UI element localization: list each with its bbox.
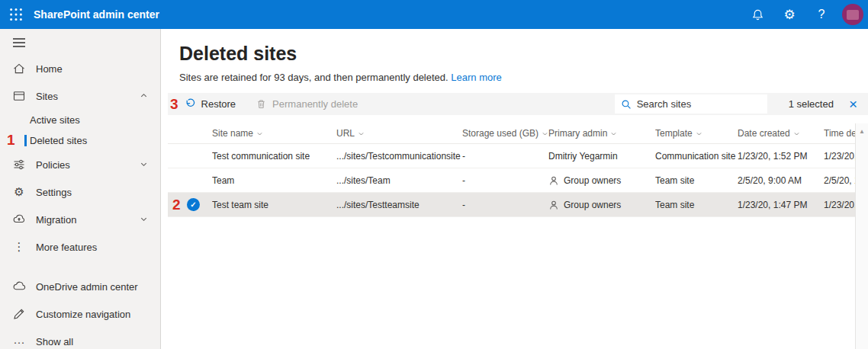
sidebar-item-label: Show all [36, 336, 73, 347]
sidebar-item-label: Settings [36, 187, 72, 198]
column-header-template[interactable]: Template [655, 128, 738, 139]
onedrive-cloud-icon [12, 280, 26, 293]
column-header-storage[interactable]: Storage used (GB) [462, 128, 548, 139]
row-checkbox-cell[interactable]: ✓ [182, 198, 212, 211]
table-row[interactable]: Team .../sites/Team - Group owners Team … [168, 168, 855, 193]
sidebar-item-label: Customize navigation [36, 309, 130, 320]
cell-time-deleted: 2/5/20, 1 [824, 175, 855, 186]
sort-chevron-icon [696, 130, 702, 137]
bell-icon[interactable] [744, 0, 770, 29]
sidebar-item-onedrive-admin-center[interactable]: OneDrive admin center [0, 273, 160, 300]
sidebar-item-customize-navigation[interactable]: Customize navigation [0, 300, 160, 328]
restore-button[interactable]: Restore [185, 98, 236, 110]
search-input[interactable] [637, 98, 761, 110]
migration-cloud-icon [12, 213, 26, 226]
selected-check-icon[interactable]: ✓ [187, 198, 200, 211]
hamburger-menu-icon[interactable] [0, 29, 160, 50]
cell-primary-admin: Group owners [548, 175, 655, 186]
permanently-delete-button[interactable]: Permanently delete [256, 98, 358, 110]
sort-chevron-icon [610, 130, 617, 137]
undo-arrow-icon [185, 98, 196, 110]
column-header-time-deleted[interactable]: Time deleted [824, 128, 855, 139]
cell-time-deleted: 1/23/20, [824, 200, 855, 210]
cell-template: Team site [655, 175, 738, 186]
sidebar-item-more-features[interactable]: ⋮ More features [0, 233, 160, 261]
sidebar-item-migration[interactable]: Migration [0, 206, 160, 233]
sidebar-item-label: OneDrive admin center [36, 281, 138, 293]
left-nav-sidebar: Home Sites Active sites 1 Deleted sites [0, 29, 161, 349]
cell-date-created: 1/23/20, 1:47 PM [738, 200, 824, 210]
avatar-photo [847, 10, 859, 20]
sites-icon [12, 89, 26, 103]
sidebar-item-label: Sites [36, 91, 58, 102]
sidebar-item-deleted-sites[interactable]: 1 Deleted sites [0, 130, 160, 151]
search-box [615, 94, 767, 114]
vertical-dots-icon: ⋮ [12, 240, 26, 254]
page-subtitle: Sites are retained for 93 days, and then… [179, 72, 868, 83]
column-header-url[interactable]: URL [336, 128, 462, 139]
help-icon[interactable]: ? [809, 0, 834, 29]
annotation-step-2: 2 [172, 197, 181, 213]
cell-url: .../sites/Testteamsite [336, 200, 462, 210]
policies-sliders-icon [12, 158, 26, 171]
table-row-selected[interactable]: 2 ✓ Test team site .../sites/Testteamsit… [168, 193, 855, 217]
clear-selection-icon[interactable]: × [849, 97, 857, 111]
cell-site-name: Test team site [212, 200, 336, 210]
learn-more-link[interactable]: Learn more [451, 72, 501, 83]
app-title: SharePoint admin center [34, 8, 159, 21]
chevron-down-icon [140, 159, 148, 171]
cell-time-deleted: 1/23/20, [824, 151, 855, 162]
sidebar-item-label: Migration [36, 214, 76, 226]
column-header-date-created[interactable]: Date created [738, 128, 824, 139]
sharepoint-admin-screen: SharePoint admin center ⚙ ? Home Sites [0, 0, 868, 349]
cell-url: .../sites/Team [336, 175, 462, 186]
topbar-actions: ⚙ ? [744, 0, 868, 29]
selected-count-badge: 1 selected [789, 98, 834, 110]
cell-primary-admin: Dmitriy Yegarmin [548, 151, 655, 162]
cell-date-created: 1/23/20, 1:52 PM [738, 151, 824, 162]
retention-text: Sites are retained for 93 days, and then… [179, 72, 448, 83]
page-title: Deleted sites [179, 43, 868, 65]
annotation-step-1: 1 [7, 132, 15, 149]
home-icon [12, 62, 26, 75]
sidebar-item-label: Active sites [30, 114, 80, 126]
top-app-bar: SharePoint admin center ⚙ ? [0, 0, 868, 29]
column-header-primary-admin[interactable]: Primary admin [548, 128, 655, 139]
sidebar-item-show-all[interactable]: ··· Show all [0, 328, 160, 349]
account-avatar[interactable] [842, 4, 863, 25]
sidebar-nav: Home Sites Active sites 1 Deleted sites [0, 55, 160, 349]
sidebar-item-label: Policies [36, 159, 70, 171]
cell-template: Team site [655, 200, 738, 210]
vertical-scrollbar[interactable]: ▲ [855, 123, 868, 349]
sort-chevron-icon [793, 130, 800, 137]
sort-chevron-icon [256, 130, 263, 137]
pencil-icon [12, 307, 26, 321]
table-row[interactable]: Test communication site .../sites/Testco… [168, 144, 855, 168]
nav-section-gap [0, 261, 160, 273]
app-launcher-waffle-icon[interactable] [0, 0, 32, 29]
sort-chevron-icon [542, 130, 548, 137]
cell-storage: - [462, 200, 548, 210]
column-header-site-name[interactable]: Site name [212, 128, 336, 139]
sidebar-item-label: More features [36, 242, 97, 253]
deleted-sites-table: Site name URL Storage used (GB) Primary … [168, 123, 855, 217]
restore-label: Restore [201, 98, 236, 110]
sidebar-item-active-sites[interactable]: Active sites [0, 110, 160, 130]
chevron-down-icon [140, 214, 148, 226]
scroll-up-arrow-icon[interactable]: ▲ [859, 128, 865, 349]
sidebar-item-policies[interactable]: Policies [0, 151, 160, 178]
permanently-delete-label: Permanently delete [272, 98, 358, 110]
gear-icon[interactable]: ⚙ [776, 0, 802, 29]
settings-gear-icon: ⚙ [12, 185, 26, 199]
sidebar-item-label: Deleted sites [30, 135, 87, 146]
sidebar-item-settings[interactable]: ⚙ Settings [0, 178, 160, 206]
sidebar-item-home[interactable]: Home [0, 55, 160, 82]
search-icon [621, 99, 632, 110]
chevron-up-icon [140, 91, 148, 102]
cell-primary-admin: Group owners [548, 200, 655, 210]
cell-site-name: Team [212, 175, 336, 186]
sidebar-item-sites[interactable]: Sites [0, 82, 160, 110]
main-content: Deleted sites Sites are retained for 93 … [162, 29, 868, 349]
cell-site-name: Test communication site [212, 151, 336, 162]
command-toolbar: 3 Restore Permanently delete 1 selected … [168, 93, 868, 115]
